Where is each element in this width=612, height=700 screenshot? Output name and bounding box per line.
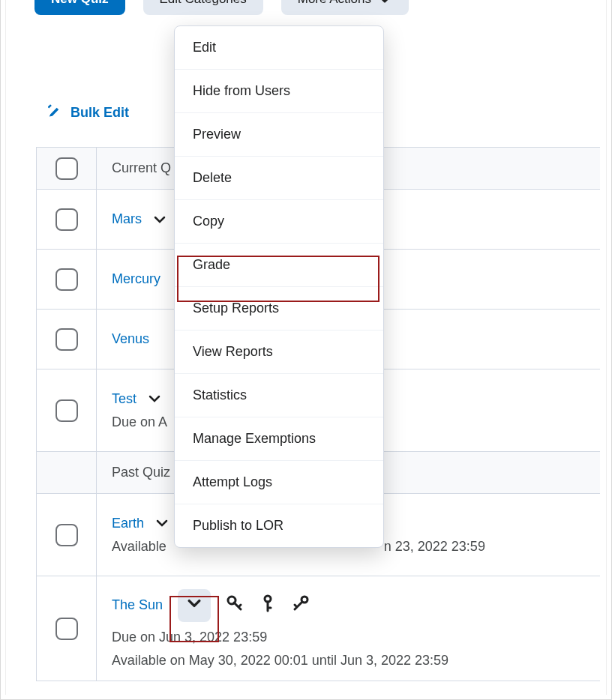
avail-prefix: Available <box>112 539 166 554</box>
menu-item-setup-reports[interactable]: Setup Reports <box>175 287 383 331</box>
chevron-down-icon <box>377 0 392 7</box>
more-actions-label: More Actions <box>298 0 371 7</box>
new-quiz-button[interactable]: New Quiz <box>34 0 125 15</box>
key-icon <box>226 594 244 616</box>
menu-item-publish-lor[interactable]: Publish to LOR <box>175 504 383 547</box>
chevron-down-icon[interactable] <box>147 391 162 406</box>
quiz-link-test[interactable]: Test <box>112 391 136 407</box>
checkbox-all[interactable] <box>56 157 78 180</box>
menu-item-edit[interactable]: Edit <box>175 26 383 70</box>
menu-item-grade[interactable]: Grade <box>175 244 383 287</box>
checkbox[interactable] <box>56 328 78 351</box>
bulk-edit-link[interactable]: Bulk Edit <box>48 103 129 122</box>
checkbox[interactable] <box>56 618 78 640</box>
menu-item-copy[interactable]: Copy <box>175 200 383 244</box>
available-text: Available on May 30, 2022 00:01 until Ju… <box>112 653 585 669</box>
menu-item-hide[interactable]: Hide from Users <box>175 70 383 113</box>
bulk-edit-label: Bulk Edit <box>70 105 129 121</box>
quiz-link-venus[interactable]: Venus <box>112 331 149 347</box>
quiz-link-earth[interactable]: Earth <box>112 516 144 531</box>
quiz-link-sun[interactable]: The Sun <box>112 597 163 613</box>
key-icon <box>259 594 277 616</box>
quiz-actions-toggle[interactable] <box>178 589 211 622</box>
menu-item-manage-exemptions[interactable]: Manage Exemptions <box>175 417 383 461</box>
menu-item-delete[interactable]: Delete <box>175 157 383 200</box>
checkbox[interactable] <box>56 268 78 291</box>
menu-item-attempt-logs[interactable]: Attempt Logs <box>175 461 383 504</box>
avail-suffix: n 23, 2022 23:59 <box>384 539 485 554</box>
menu-item-view-reports[interactable]: View Reports <box>175 331 383 374</box>
quiz-link-mars[interactable]: Mars <box>112 211 142 227</box>
chevron-down-icon[interactable] <box>152 212 167 227</box>
due-text: Due on Jun 3, 2022 23:59 <box>112 630 585 645</box>
key-icon <box>292 594 310 616</box>
svg-rect-0 <box>48 104 52 108</box>
checkbox[interactable] <box>56 208 78 231</box>
checkbox[interactable] <box>56 524 78 546</box>
table-row: The Sun Due on Jun 3, 2022 23:59 Availab… <box>37 576 600 681</box>
chevron-down-icon <box>188 597 201 614</box>
pencil-icon <box>48 103 63 122</box>
more-actions-button[interactable]: More Actions <box>281 0 409 15</box>
menu-item-preview[interactable]: Preview <box>175 113 383 157</box>
quiz-link-mercury[interactable]: Mercury <box>112 271 160 287</box>
chevron-down-icon[interactable] <box>154 516 170 531</box>
checkbox[interactable] <box>56 399 78 422</box>
quiz-context-menu: Edit Hide from Users Preview Delete Copy… <box>174 25 384 548</box>
edit-categories-button[interactable]: Edit Categories <box>143 0 263 15</box>
menu-item-statistics[interactable]: Statistics <box>175 374 383 417</box>
